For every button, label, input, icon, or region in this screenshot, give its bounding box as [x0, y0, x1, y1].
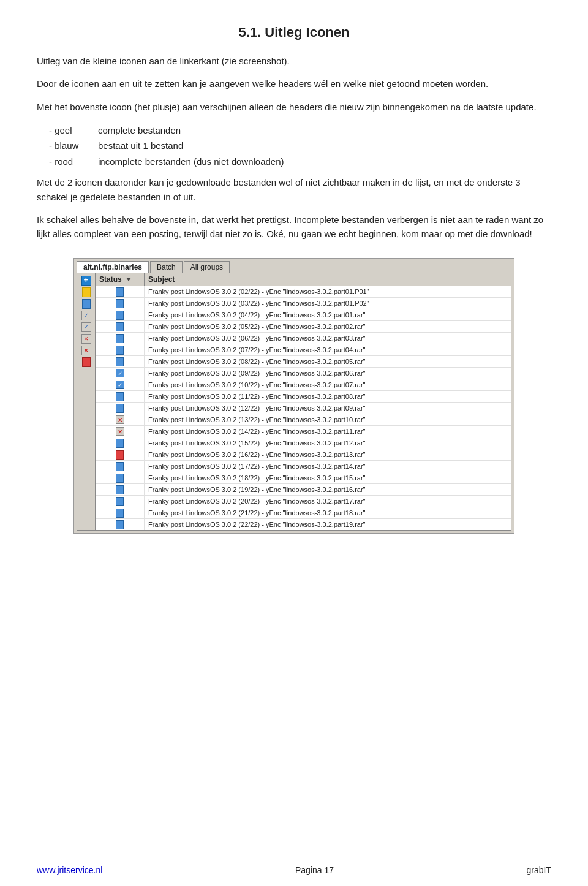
- icon-x-1[interactable]: ✕: [81, 334, 91, 344]
- row-subject-text: Franky post LindowsOS 3.0.2 (05/22) - yE…: [145, 322, 511, 331]
- table-row[interactable]: Franky post LindowsOS 3.0.2 (18/22) - yE…: [96, 472, 511, 484]
- doc-blue-icon: [116, 299, 124, 308]
- row-subject-text: Franky post LindowsOS 3.0.2 (04/22) - yE…: [145, 310, 511, 320]
- row-status-icon: [96, 333, 145, 344]
- col-header-status[interactable]: Status: [96, 273, 145, 286]
- icon-check-2[interactable]: ✓: [81, 322, 91, 332]
- table-row[interactable]: Franky post LindowsOS 3.0.2 (16/22) - yE…: [96, 449, 511, 461]
- doc-blue-icon: [116, 404, 124, 413]
- color-desc-blue: bestaat uit 1 bestand: [98, 138, 183, 154]
- check-blue-icon: ✓: [116, 381, 124, 389]
- table-row[interactable]: Franky post LindowsOS 3.0.2 (21/22) - yE…: [96, 507, 511, 519]
- paragraph-2: Door de iconen aan en uit te zetten kan …: [37, 77, 551, 91]
- color-label-yellow: - geel: [49, 123, 98, 138]
- tab-bar: alt.nl.ftp.binaries Batch All groups: [74, 259, 514, 273]
- paragraph-1: Uitleg van de kleine iconen aan de linke…: [37, 54, 551, 68]
- row-status-icon: [96, 391, 145, 402]
- table-row[interactable]: ✕Franky post LindowsOS 3.0.2 (14/22) - y…: [96, 426, 511, 437]
- row-subject-text: Franky post LindowsOS 3.0.2 (20/22) - yE…: [145, 496, 511, 506]
- table-row[interactable]: Franky post LindowsOS 3.0.2 (22/22) - yE…: [96, 519, 511, 530]
- tab-batch[interactable]: Batch: [150, 261, 183, 273]
- table-row[interactable]: Franky post LindowsOS 3.0.2 (12/22) - yE…: [96, 403, 511, 414]
- row-status-icon: ✕: [96, 414, 145, 425]
- table-row[interactable]: Franky post LindowsOS 3.0.2 (05/22) - yE…: [96, 321, 511, 333]
- color-legend-row-blue: - blauw bestaat uit 1 bestand: [49, 138, 551, 154]
- doc-blue-icon: [116, 311, 124, 320]
- row-status-icon: [96, 449, 145, 460]
- row-status-icon: [96, 321, 145, 332]
- icon-plus-add[interactable]: +: [81, 276, 91, 286]
- color-legend: - geel complete bestanden - blauw bestaa…: [49, 123, 551, 170]
- file-table: Status Subject Franky post LindowsOS 3.0…: [96, 273, 511, 530]
- table-row[interactable]: Franky post LindowsOS 3.0.2 (11/22) - yE…: [96, 391, 511, 403]
- row-subject-text: Franky post LindowsOS 3.0.2 (18/22) - yE…: [145, 473, 511, 483]
- row-status-icon: [96, 507, 145, 518]
- table-row[interactable]: Franky post LindowsOS 3.0.2 (15/22) - yE…: [96, 437, 511, 449]
- tab-all-groups[interactable]: All groups: [184, 261, 230, 273]
- x-red-icon: ✕: [116, 427, 124, 436]
- icon-doc-blue[interactable]: [82, 299, 91, 309]
- row-subject-text: Franky post LindowsOS 3.0.2 (02/22) - yE…: [145, 287, 511, 297]
- table-row[interactable]: Franky post LindowsOS 3.0.2 (07/22) - yE…: [96, 344, 511, 356]
- row-status-icon: [96, 403, 145, 414]
- icon-check-1[interactable]: ✓: [81, 311, 91, 320]
- color-desc-yellow: complete bestanden: [98, 123, 181, 138]
- icon-x-2[interactable]: ✕: [81, 346, 91, 355]
- tab-alt-binaries[interactable]: alt.nl.ftp.binaries: [77, 261, 149, 273]
- icon-doc-red[interactable]: [82, 357, 91, 367]
- color-label-blue: - blauw: [49, 138, 98, 154]
- footer-brand: grabIT: [527, 865, 551, 875]
- row-status-icon: ✓: [96, 368, 145, 379]
- color-legend-row-yellow: - geel complete bestanden: [49, 123, 551, 138]
- table-row[interactable]: Franky post LindowsOS 3.0.2 (17/22) - yE…: [96, 461, 511, 472]
- row-status-icon: ✓: [96, 379, 145, 390]
- page-title: 5.1. Uitleg Iconen: [37, 25, 551, 40]
- table-header: Status Subject: [96, 273, 511, 286]
- table-rows-container: Franky post LindowsOS 3.0.2 (02/22) - yE…: [96, 286, 511, 530]
- doc-blue-icon: [116, 334, 124, 343]
- page-footer: www.jritservice.nl Pagina 17 grabIT: [0, 865, 588, 875]
- row-subject-text: Franky post LindowsOS 3.0.2 (22/22) - yE…: [145, 520, 511, 529]
- row-status-icon: [96, 496, 145, 507]
- doc-red-icon: [116, 450, 124, 460]
- row-subject-text: Franky post LindowsOS 3.0.2 (16/22) - yE…: [145, 450, 511, 460]
- table-row[interactable]: Franky post LindowsOS 3.0.2 (04/22) - yE…: [96, 309, 511, 321]
- row-status-icon: [96, 519, 145, 530]
- footer-link[interactable]: www.jritservice.nl: [37, 865, 102, 875]
- table-row[interactable]: ✓Franky post LindowsOS 3.0.2 (10/22) - y…: [96, 379, 511, 391]
- row-status-icon: [96, 298, 145, 309]
- doc-blue-icon: [116, 462, 124, 471]
- doc-blue-icon: [116, 485, 124, 494]
- row-subject-text: Franky post LindowsOS 3.0.2 (03/22) - yE…: [145, 298, 511, 308]
- paragraph-4: Met de 2 iconen daaronder kan je gedownl…: [37, 175, 551, 204]
- row-subject-text: Franky post LindowsOS 3.0.2 (17/22) - yE…: [145, 461, 511, 471]
- table-row[interactable]: ✓Franky post LindowsOS 3.0.2 (09/22) - y…: [96, 368, 511, 379]
- row-status-icon: [96, 484, 145, 495]
- table-row[interactable]: Franky post LindowsOS 3.0.2 (02/22) - yE…: [96, 286, 511, 298]
- row-subject-text: Franky post LindowsOS 3.0.2 (15/22) - yE…: [145, 438, 511, 448]
- row-subject-text: Franky post LindowsOS 3.0.2 (14/22) - yE…: [145, 426, 511, 436]
- row-subject-text: Franky post LindowsOS 3.0.2 (13/22) - yE…: [145, 415, 511, 425]
- row-status-icon: [96, 344, 145, 355]
- row-subject-text: Franky post LindowsOS 3.0.2 (08/22) - yE…: [145, 357, 511, 366]
- table-row[interactable]: ✕Franky post LindowsOS 3.0.2 (13/22) - y…: [96, 414, 511, 426]
- table-row[interactable]: Franky post LindowsOS 3.0.2 (20/22) - yE…: [96, 496, 511, 507]
- doc-blue-icon: [116, 520, 124, 529]
- row-status-icon: ✕: [96, 426, 145, 437]
- row-status-icon: [96, 472, 145, 483]
- row-subject-text: Franky post LindowsOS 3.0.2 (09/22) - yE…: [145, 368, 511, 378]
- color-legend-row-red: - rood incomplete berstanden (dus niet d…: [49, 154, 551, 170]
- table-row[interactable]: Franky post LindowsOS 3.0.2 (03/22) - yE…: [96, 298, 511, 309]
- doc-blue-icon: [116, 497, 124, 506]
- doc-blue-icon: [116, 287, 124, 297]
- icon-doc-yellow[interactable]: [82, 287, 91, 297]
- check-blue-icon: ✓: [116, 369, 124, 377]
- row-status-icon: [96, 356, 145, 367]
- row-subject-text: Franky post LindowsOS 3.0.2 (21/22) - yE…: [145, 508, 511, 518]
- table-row[interactable]: Franky post LindowsOS 3.0.2 (19/22) - yE…: [96, 484, 511, 496]
- row-subject-text: Franky post LindowsOS 3.0.2 (10/22) - yE…: [145, 380, 511, 390]
- table-row[interactable]: Franky post LindowsOS 3.0.2 (06/22) - yE…: [96, 333, 511, 344]
- doc-blue-icon: [116, 439, 124, 448]
- table-row[interactable]: Franky post LindowsOS 3.0.2 (08/22) - yE…: [96, 356, 511, 368]
- doc-blue-icon: [116, 322, 124, 331]
